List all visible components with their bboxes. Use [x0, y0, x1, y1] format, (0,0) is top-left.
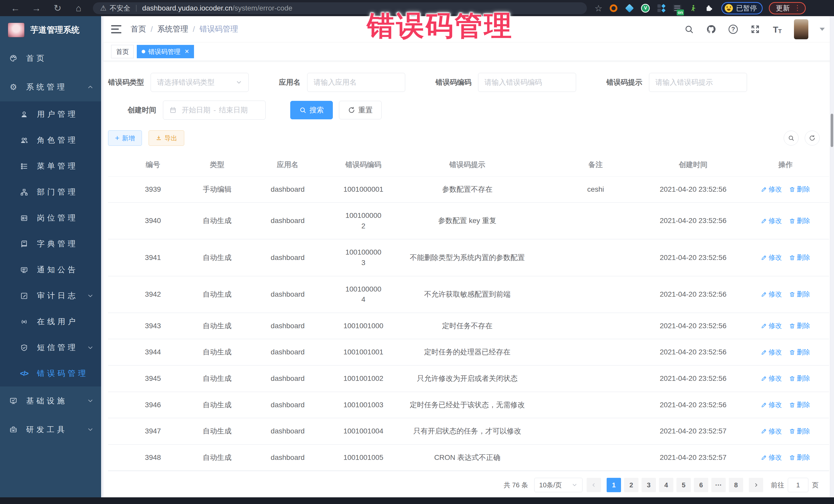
grid-icon[interactable]	[657, 4, 666, 13]
next-page-button[interactable]	[749, 478, 763, 492]
reload-icon[interactable]: ↻	[52, 3, 63, 14]
target-icon[interactable]	[609, 4, 618, 13]
fullscreen-icon[interactable]	[750, 24, 761, 35]
sidebar-item-user-management[interactable]: 用户管理	[0, 101, 101, 127]
chevron-down-icon	[571, 482, 578, 488]
page-ellipsis[interactable]: ···	[711, 478, 726, 492]
kebab-menu-icon[interactable]: ⋮	[794, 6, 801, 10]
edit-link[interactable]: 修改	[761, 426, 782, 436]
app-logo-row[interactable]: 芋道管理系统	[0, 16, 101, 44]
back-icon[interactable]: ←	[10, 3, 21, 14]
delete-link[interactable]: 删除	[789, 348, 810, 357]
sidebar-item-dept-management[interactable]: 部门管理	[0, 179, 101, 205]
add-button[interactable]: + 新增	[108, 130, 142, 146]
cell-code: 1001001005	[339, 445, 388, 470]
chevron-down-icon	[87, 344, 94, 351]
tag-0[interactable]: 首页	[111, 45, 134, 58]
reset-button[interactable]: 重置	[339, 101, 381, 119]
gem-icon[interactable]	[625, 4, 634, 13]
sidebar-item-online-users[interactable]: 在线用户	[0, 309, 101, 335]
breadcrumb-item[interactable]: 首页	[131, 24, 146, 35]
edit-link[interactable]: 修改	[761, 348, 782, 357]
delete-link[interactable]: 删除	[789, 374, 810, 384]
delete-link[interactable]: 删除	[789, 453, 810, 462]
search-button[interactable]: 搜索	[290, 101, 333, 119]
goto-page-input[interactable]: 1	[788, 478, 808, 492]
error-type-select[interactable]: 请选择错误码类型	[151, 73, 249, 92]
sidebar-item-system-management[interactable]: ⚙系统管理	[0, 73, 101, 101]
help-icon[interactable]: ?	[728, 24, 739, 35]
date-range-picker[interactable]: 开始日期 - 结束日期	[163, 101, 266, 119]
sidebar-item-infrastructure[interactable]: 基础设施	[0, 387, 101, 415]
edit-link[interactable]: 修改	[761, 253, 782, 263]
close-tag-icon[interactable]: ✕	[184, 48, 189, 55]
edit-link[interactable]: 修改	[761, 321, 782, 331]
show-search-toggle-button[interactable]	[784, 131, 798, 146]
sidebar-item-dev-tools[interactable]: 研发工具	[0, 415, 101, 444]
delete-link[interactable]: 删除	[789, 321, 810, 331]
github-icon[interactable]	[706, 24, 717, 35]
home-icon[interactable]: ⌂	[73, 3, 84, 14]
sidebar-item-audit-log[interactable]: 审计日志	[0, 283, 101, 309]
app-name-input[interactable]: 请输入应用名	[307, 73, 405, 92]
delete-link[interactable]: 删除	[789, 184, 810, 194]
error-msg-input[interactable]: 请输入错误码提示	[649, 73, 747, 92]
sidebar-item-role-management[interactable]: 角色管理	[0, 127, 101, 153]
sidebar-item-sms-management[interactable]: 短信管理	[0, 335, 101, 360]
sidebar-item-dict-management[interactable]: 字典管理	[0, 231, 101, 257]
delete-link[interactable]: 删除	[789, 216, 810, 226]
error-code-input[interactable]: 请输入错误码编码	[478, 73, 576, 92]
delete-link[interactable]: 删除	[789, 426, 810, 436]
sidebar-item-post-management[interactable]: 岗位管理	[0, 205, 101, 231]
bookmark-star-icon[interactable]: ☆	[595, 3, 602, 13]
error-code-table: 编号类型应用名错误码编码错误码提示备注创建时间操作 3939手动编辑dashbo…	[108, 153, 829, 471]
delete-link[interactable]: 删除	[789, 400, 810, 410]
list-on-icon[interactable]: on	[673, 4, 682, 13]
scrollbar-thumb[interactable]	[831, 114, 833, 147]
avatar[interactable]	[794, 19, 808, 39]
edit-link[interactable]: 修改	[761, 289, 782, 299]
cell-type: 自动生成	[198, 392, 236, 418]
page-button-2[interactable]: 2	[624, 478, 638, 492]
edit-link[interactable]: 修改	[761, 453, 782, 462]
delete-link[interactable]: 删除	[789, 253, 810, 263]
page-size-select[interactable]: 10条/页	[534, 478, 583, 492]
forward-icon[interactable]: →	[31, 3, 42, 14]
page-button-1[interactable]: 1	[607, 478, 621, 492]
export-button[interactable]: 导出	[149, 130, 184, 146]
puzzle-icon[interactable]	[704, 4, 714, 13]
hamburger-icon[interactable]	[111, 25, 122, 34]
sidebar-item-notice-management[interactable]: 通知公告	[0, 257, 101, 283]
search-icon[interactable]	[684, 24, 695, 35]
cell-msg: 定时任务不存在	[388, 313, 547, 339]
create-time-label: 创建时间	[128, 105, 156, 115]
chevron-down-icon	[87, 397, 94, 404]
sidebar-item-error-code-management[interactable]: </>错误码管理	[0, 360, 101, 387]
font-size-icon[interactable]: TT	[772, 24, 783, 35]
browser-update-button[interactable]: 更新 ⋮	[769, 2, 806, 14]
paused-extension-pill[interactable]: 已暂停	[721, 2, 763, 14]
page-button-3[interactable]: 3	[641, 478, 656, 492]
refresh-table-button[interactable]	[805, 131, 820, 146]
edit-link[interactable]: 修改	[761, 216, 782, 226]
edit-link[interactable]: 修改	[761, 184, 782, 194]
cell-remark	[547, 239, 644, 276]
page-button-5[interactable]: 5	[676, 478, 691, 492]
tag-active[interactable]: 错误码管理✕	[137, 45, 194, 58]
page-scrollbar[interactable]	[830, 16, 834, 497]
prev-page-button[interactable]	[587, 478, 601, 492]
page-button-6[interactable]: 6	[694, 478, 708, 492]
figure-icon[interactable]	[688, 4, 698, 13]
page-button-8[interactable]: 8	[729, 478, 743, 492]
green-v-icon[interactable]: V	[641, 4, 650, 13]
sidebar-item-home[interactable]: 首页	[0, 44, 101, 73]
breadcrumb-item[interactable]: 系统管理	[157, 24, 188, 35]
edit-link[interactable]: 修改	[761, 400, 782, 410]
cell-time: 2021-04-20 23:52:57	[644, 418, 742, 444]
page-button-4[interactable]: 4	[659, 478, 673, 492]
delete-link[interactable]: 删除	[789, 289, 810, 299]
edit-link[interactable]: 修改	[761, 374, 782, 384]
sidebar-item-menu-management[interactable]: 菜单管理	[0, 153, 101, 179]
sidebar-scrollbar[interactable]	[101, 16, 104, 497]
chevron-down-icon[interactable]	[820, 28, 825, 31]
